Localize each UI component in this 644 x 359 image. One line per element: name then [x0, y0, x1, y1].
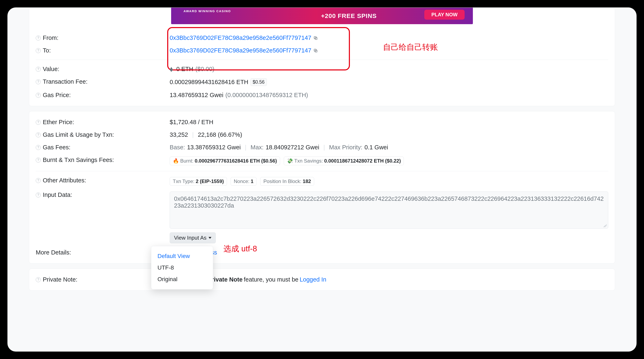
chevron-down-icon: [208, 237, 212, 239]
ad-banner[interactable]: AWARD WINNING CASINO +200 FREE SPINS PLA…: [171, 8, 473, 24]
logged-in-link[interactable]: Logged In: [298, 276, 326, 283]
position-value: 182: [303, 178, 311, 184]
gasfees-base-label: Base:: [170, 144, 185, 151]
nonce-label: Nonce:: [234, 178, 250, 184]
gaslimit-label: Gas Limit & Usage by Txn:: [43, 131, 114, 138]
menu-item-original[interactable]: Original: [151, 274, 213, 285]
resize-handle-icon[interactable]: [604, 224, 607, 227]
txntype-badge: Txn Type: 2 (EIP-1559): [170, 177, 227, 186]
annotation-self-transfer: 自己给自己转账: [383, 42, 438, 52]
eth-icon: [170, 67, 173, 70]
ad-subtitle: AWARD WINNING CASINO: [184, 9, 231, 13]
other-label: Other Attributes:: [43, 177, 86, 184]
value-amount: 0 ETH: [176, 66, 193, 72]
txnfee-amount: 0.000298994431628416 ETH: [170, 79, 248, 85]
fire-icon: 🔥: [173, 158, 179, 164]
gasfees-maxpri-label: Max Priority:: [329, 144, 362, 151]
divider-icon: |: [243, 144, 249, 151]
inputdata-label: Input Data:: [43, 191, 72, 198]
ad-spins: +200 FREE SPINS: [321, 12, 376, 19]
divider-icon: |: [322, 144, 327, 151]
etherprice-label: Ether Price:: [43, 119, 74, 126]
burnt-label: Burnt & Txn Savings Fees:: [43, 157, 114, 163]
ad-cta-button[interactable]: PLAY NOW: [424, 10, 464, 20]
value-label: Value:: [43, 66, 59, 72]
txntype-label: Txn Type:: [173, 178, 194, 184]
savings-value: 0.0001186712428072 ETH ($0.22): [324, 158, 401, 164]
burnt-badge: 🔥 Burnt: 0.000296777631628416 ETH ($0.56…: [170, 157, 280, 165]
gasprice-eth: (0.000000013487659312 ETH): [226, 92, 308, 98]
help-icon[interactable]: ?: [36, 93, 41, 98]
view-input-as-button[interactable]: View Input As: [170, 232, 216, 243]
help-icon[interactable]: ?: [36, 132, 41, 137]
savings-pill-label: Txn Savings:: [294, 158, 323, 164]
burnt-pill-label: Burnt:: [180, 158, 194, 164]
to-address-link[interactable]: 0x3Bbc3769D02FE78C98a29e958e2e560Ff77971…: [170, 47, 311, 54]
gasprice-gwei: 13.487659312 Gwei: [170, 92, 224, 98]
position-badge: Position In Block: 182: [260, 177, 314, 186]
help-icon[interactable]: ?: [36, 120, 41, 125]
burnt-value: 0.000296777631628416 ETH ($0.56): [195, 158, 277, 164]
help-icon[interactable]: ?: [36, 178, 41, 183]
help-icon[interactable]: ?: [36, 79, 41, 84]
gasfees-max-label: Max:: [250, 144, 264, 151]
gasfees-max: 18.840927212 Gwei: [266, 144, 319, 151]
gasprice-label: Gas Price:: [43, 92, 71, 98]
help-icon[interactable]: ?: [36, 158, 41, 163]
help-icon[interactable]: ?: [36, 67, 41, 72]
help-icon[interactable]: ?: [36, 48, 41, 53]
input-data-hex: 0x0646174613a2c7b2270223a226572632d32302…: [174, 195, 604, 209]
help-icon[interactable]: ?: [36, 145, 41, 150]
gaslimit-used: 22,168 (66.67%): [198, 131, 242, 138]
help-icon[interactable]: ?: [36, 193, 41, 197]
txnfee-label: Transaction Fee:: [43, 78, 88, 85]
divider-icon: |: [190, 131, 196, 138]
view-input-as-menu: Default View UTF-8 Original: [151, 246, 213, 289]
menu-item-utf8[interactable]: UTF-8: [151, 262, 213, 274]
copy-icon[interactable]: [313, 48, 318, 53]
more-details-label: More Details:: [36, 249, 71, 256]
gasfees-maxpri: 0.1 Gwei: [364, 144, 388, 151]
savings-badge: 💸 Txn Savings: 0.0001186712428072 ETH ($…: [284, 157, 404, 165]
gaslimit-limit: 33,252: [170, 131, 188, 138]
view-input-as-label: View Input As: [174, 235, 206, 241]
gasfees-label: Gas Fees:: [43, 144, 70, 151]
private-note-middle: feature, you must be: [244, 276, 298, 283]
private-note-label: Private Note:: [43, 276, 78, 283]
txntype-value: 2 (EIP-1559): [196, 178, 224, 184]
value-usd: ($0.00): [195, 66, 214, 72]
menu-item-default-view[interactable]: Default View: [151, 250, 213, 262]
annotation-select-utf8: 选成 utf-8: [224, 244, 257, 254]
from-address-link[interactable]: 0x3Bbc3769D02FE78C98a29e958e2e560Ff77971…: [170, 34, 311, 41]
to-label: To:: [43, 47, 51, 54]
input-data-textarea[interactable]: 0x0646174613a2c7b2270223a226572632d32302…: [170, 191, 608, 229]
help-icon[interactable]: ?: [36, 277, 41, 282]
txnfee-usd-badge: $0.56: [250, 78, 267, 86]
help-icon[interactable]: ?: [36, 35, 41, 40]
gasfees-base: 13.387659312 Gwei: [187, 144, 241, 151]
position-label: Position In Block:: [263, 178, 301, 184]
from-label: From:: [43, 34, 58, 41]
nonce-value: 1: [251, 178, 254, 184]
savings-icon: 💸: [287, 158, 293, 164]
copy-icon[interactable]: [313, 36, 318, 40]
etherprice-value: $1,720.48 / ETH: [170, 119, 213, 126]
nonce-badge: Nonce: 1: [231, 177, 256, 186]
